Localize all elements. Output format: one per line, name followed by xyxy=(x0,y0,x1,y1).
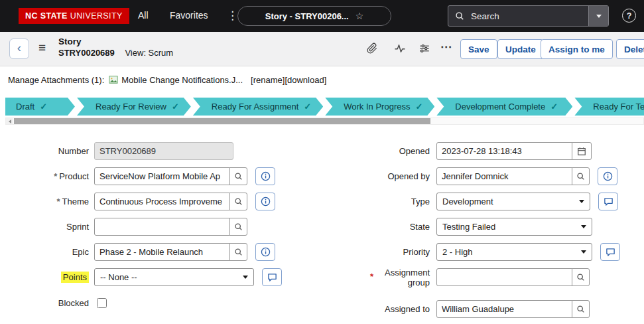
check-icon: ✓ xyxy=(550,102,558,112)
search-input[interactable] xyxy=(470,11,588,22)
flow-stage-work-in-progress[interactable]: Work In Progress ✓ xyxy=(325,98,434,116)
nc-state-logo[interactable]: NC STATE UNIVERSITY xyxy=(19,8,129,24)
scrollbar-thumb[interactable] xyxy=(14,118,430,124)
opened-by-input[interactable] xyxy=(436,167,572,185)
assigned-to-label: Assigned to xyxy=(385,304,430,314)
blocked-label: Blocked xyxy=(58,298,89,308)
required-icon: * xyxy=(56,197,60,206)
points-select[interactable]: -- None -- xyxy=(94,268,254,286)
rename-attachment-link[interactable]: [rename] xyxy=(251,75,285,85)
blocked-checkbox[interactable] xyxy=(97,298,107,308)
assign-to-me-button[interactable]: Assign to me xyxy=(541,39,613,59)
flow-stage-ready-for-review[interactable]: Ready For Review ✓ xyxy=(77,98,191,116)
opened-by-label: Opened by xyxy=(387,171,430,181)
update-button[interactable]: Update xyxy=(497,39,544,59)
required-icon: * xyxy=(54,171,57,181)
back-button[interactable]: ‹ xyxy=(9,39,29,59)
epic-label: Epic xyxy=(72,247,89,257)
theme-input[interactable] xyxy=(94,193,230,210)
epic-input[interactable] xyxy=(94,243,230,261)
flow-stage-label: Ready For Assignment xyxy=(212,102,299,112)
download-attachment-link[interactable]: [download] xyxy=(285,75,326,85)
flow-stage-development-complete[interactable]: Development Complete ✓ xyxy=(436,98,572,116)
attachment-paperclip-icon[interactable] xyxy=(366,42,378,54)
state-label: State xyxy=(410,222,430,232)
context-menu-icon[interactable]: ≡ xyxy=(38,40,46,55)
opened-by-info-button[interactable] xyxy=(598,167,617,185)
record-number: STRY0020689 xyxy=(58,48,115,58)
field-row-blocked: Blocked xyxy=(0,294,109,312)
flow-stage-ready-for-assignment[interactable]: Ready For Assignment ✓ xyxy=(193,98,323,116)
attachments-bar: Manage Attachments (1): Mobile Change No… xyxy=(0,67,644,92)
field-row-points: Points -- None -- xyxy=(0,268,282,286)
product-input[interactable] xyxy=(94,167,230,185)
priority-select[interactable]: 2 - High xyxy=(436,243,592,261)
assigned-to-input[interactable] xyxy=(436,300,572,318)
field-row-sprint: Sprint xyxy=(0,218,247,236)
nav-favorites-menu[interactable]: Favorites xyxy=(170,10,208,21)
save-button[interactable]: Save xyxy=(460,39,497,59)
flow-stage-label: Development Complete xyxy=(455,102,545,112)
field-row-type: Type Development xyxy=(327,193,618,210)
opened-calendar-button[interactable] xyxy=(572,142,592,160)
flow-stage-label: Ready For Testing xyxy=(593,102,644,112)
field-row-state: State Testing Failed xyxy=(327,218,592,236)
scroll-left-button[interactable] xyxy=(6,118,13,124)
product-info-button[interactable] xyxy=(255,167,275,185)
sprint-lookup-button[interactable] xyxy=(229,218,247,236)
record-tab[interactable]: Story - STRY00206... ☆ xyxy=(237,6,391,26)
product-label: Product xyxy=(59,171,89,181)
chevron-down-icon xyxy=(596,15,602,18)
field-row-assignment-group: *Assignment group xyxy=(327,268,590,286)
global-search[interactable] xyxy=(448,5,609,27)
sprint-input[interactable] xyxy=(94,218,230,236)
search-icon xyxy=(455,11,464,21)
attachment-filename-link[interactable]: Mobile Change Notifications.J... xyxy=(121,75,243,85)
assignment-group-lookup-button[interactable] xyxy=(572,268,590,286)
flow-scrollbar[interactable] xyxy=(5,118,644,125)
image-file-icon xyxy=(109,75,118,84)
flow-stage-label: Work In Progress xyxy=(344,102,410,112)
type-selected-value: Development xyxy=(442,197,493,206)
favorite-star-icon[interactable]: ☆ xyxy=(355,11,364,21)
theme-label: Theme xyxy=(62,197,89,206)
assignment-group-input[interactable] xyxy=(436,268,572,286)
chevron-down-icon xyxy=(243,276,248,279)
priority-label: Priority xyxy=(403,247,430,257)
nav-all-menu[interactable]: All xyxy=(138,10,149,21)
epic-lookup-button[interactable] xyxy=(229,243,247,261)
field-row-priority: Priority 2 - High xyxy=(327,243,620,261)
flow-stage-draft[interactable]: Draft ✓ xyxy=(5,98,75,116)
assigned-to-lookup-button[interactable] xyxy=(572,300,590,318)
search-scope-dropdown[interactable] xyxy=(588,6,608,26)
personalize-form-icon[interactable] xyxy=(419,42,430,54)
number-input[interactable] xyxy=(94,142,233,160)
record-header: Story STRY0020689 View: Scrum xyxy=(58,37,173,58)
delete-button[interactable]: Delete xyxy=(616,39,644,59)
type-select[interactable]: Development xyxy=(436,193,590,210)
more-menus-icon[interactable]: ⋮ xyxy=(227,9,238,23)
more-actions-icon[interactable]: ⋯ xyxy=(440,40,452,54)
points-comment-button[interactable] xyxy=(262,268,282,286)
theme-info-button[interactable] xyxy=(255,193,275,210)
theme-lookup-button[interactable] xyxy=(229,193,247,210)
help-button[interactable]: ? xyxy=(622,9,636,23)
type-comment-button[interactable] xyxy=(598,193,618,210)
flow-stage-ready-for-testing[interactable]: Ready For Testing ✓ xyxy=(574,98,644,116)
activity-stream-icon[interactable] xyxy=(394,42,406,54)
view-label: View: Scrum xyxy=(125,48,173,58)
required-icon: * xyxy=(370,272,373,282)
epic-info-button[interactable] xyxy=(255,243,275,261)
chevron-down-icon xyxy=(581,250,586,254)
brand-primary: NC STATE xyxy=(25,11,68,21)
field-row-theme: *Theme xyxy=(0,193,275,210)
product-lookup-button[interactable] xyxy=(229,167,247,185)
opened-by-lookup-button[interactable] xyxy=(572,167,590,185)
assignment-group-label: Assignment group xyxy=(375,268,430,287)
flow-stage-label: Ready For Review xyxy=(96,102,166,112)
state-select[interactable]: Testing Failed xyxy=(436,218,592,236)
priority-comment-button[interactable] xyxy=(600,243,620,261)
field-row-number: Number xyxy=(0,142,233,160)
points-label: Points xyxy=(61,272,89,283)
opened-input[interactable] xyxy=(436,142,572,160)
